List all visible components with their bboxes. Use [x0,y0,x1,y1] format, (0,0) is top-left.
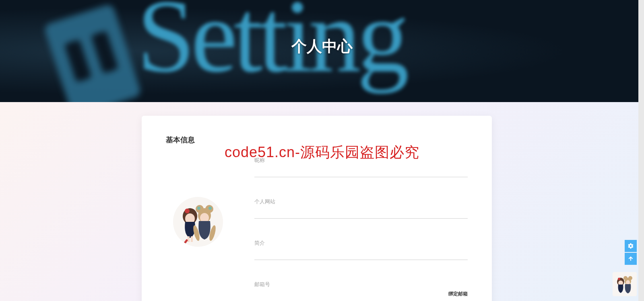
avatar[interactable] [173,197,223,247]
svg-point-3 [185,209,190,213]
banner-bg-word: Setting [137,0,405,96]
gear-icon [627,243,634,249]
arrow-up-icon [627,256,634,262]
svg-point-11 [208,207,212,210]
watermark-text: code51.cn-源码乐园盗图必究 [225,143,419,162]
email-input [254,289,468,301]
avatar-image [173,197,223,247]
profile-form: 昵称 个人网站 简介 邮箱号 绑定邮箱 修改 [166,157,468,301]
hero-banner: Setting 个人中心 [0,0,644,102]
scrollbar-track[interactable] [638,0,644,301]
avatar-column [166,157,230,301]
email-label: 邮箱号 [254,281,468,288]
website-input[interactable] [254,206,468,219]
settings-button[interactable] [625,240,637,252]
svg-point-17 [618,278,620,280]
bind-email-link[interactable]: 绑定邮箱 [448,291,468,297]
svg-rect-14 [613,272,637,296]
fields-column: 昵称 个人网站 简介 邮箱号 绑定邮箱 修改 [254,157,468,301]
svg-rect-4 [188,236,190,242]
svg-rect-5 [191,236,193,242]
mascot-image [613,272,637,296]
back-to-top-button[interactable] [625,253,637,265]
field-website: 个人网站 [254,198,468,219]
svg-point-20 [623,276,627,280]
field-email: 邮箱号 绑定邮箱 [254,281,468,301]
corner-mascot[interactable] [613,272,637,296]
field-intro: 简介 [254,240,468,260]
svg-point-10 [197,207,200,210]
page-title: 个人中心 [291,36,353,57]
website-label: 个人网站 [254,198,468,205]
svg-point-21 [628,276,632,280]
intro-label: 简介 [254,240,468,247]
intro-input[interactable] [254,248,468,260]
nickname-input[interactable] [254,165,468,177]
float-buttons [625,240,637,265]
